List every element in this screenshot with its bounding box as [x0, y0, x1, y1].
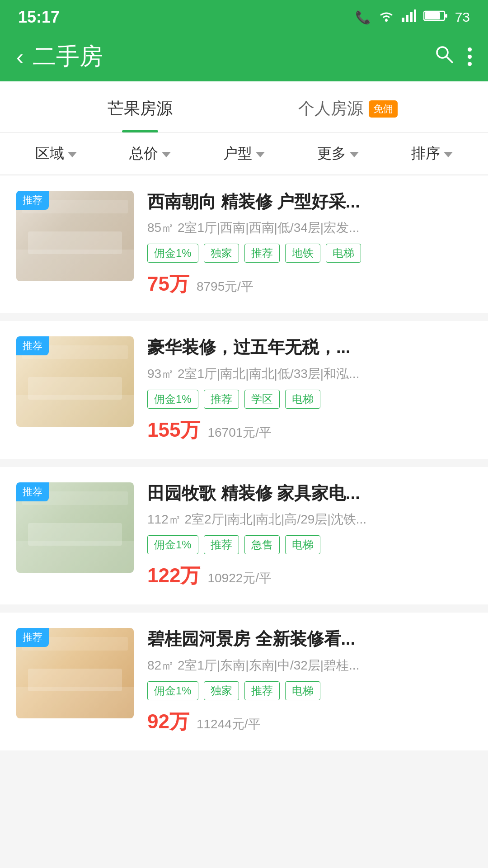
tag-commission: 佣金1%	[147, 244, 198, 263]
svg-rect-2	[406, 15, 408, 22]
tag-elevator: 电梯	[285, 535, 320, 554]
listing-tags: 佣金1% 推荐 急售 电梯	[147, 535, 472, 554]
listing-list: 推荐 西南朝向 精装修 户型好采... 85㎡ 2室1厅|西南|西南|低/34层…	[0, 175, 488, 750]
tag-recommend: 推荐	[204, 535, 239, 554]
tag-recommend: 推荐	[204, 390, 239, 409]
listing-price: 155万 16701元/平	[147, 417, 472, 443]
svg-line-9	[446, 57, 452, 62]
tag-elevator: 电梯	[285, 390, 320, 409]
listing-title: 田园牧歌 精装修 家具家电...	[147, 482, 472, 505]
tab-bar: 芒果房源 个人房源 免佣	[0, 81, 488, 133]
recommend-badge: 推荐	[16, 191, 49, 210]
tag-urgent: 急售	[244, 535, 280, 554]
listing-subtitle: 82㎡ 2室1厅|东南|东南|中/32层|碧桂...	[147, 657, 472, 674]
price-per-sqm: 8795元/平	[197, 278, 253, 295]
battery-icon	[423, 9, 448, 25]
listing-image-wrap: 推荐	[16, 191, 134, 281]
dot-icon	[468, 55, 472, 59]
price-main: 155万	[147, 417, 200, 443]
signal-icon	[402, 9, 416, 25]
price-per-sqm: 11244元/平	[197, 716, 261, 733]
search-button[interactable]	[434, 44, 454, 69]
listing-image-wrap: 推荐	[16, 336, 134, 427]
listing-price: 92万 11244元/平	[147, 708, 472, 735]
tag-elevator: 电梯	[326, 244, 361, 263]
price-main: 75万	[147, 271, 189, 297]
listing-image-wrap: 推荐	[16, 628, 134, 718]
listing-item[interactable]: 推荐 碧桂园河景房 全新装修看... 82㎡ 2室1厅|东南|东南|中/32层|…	[0, 613, 488, 750]
price-main: 122万	[147, 562, 200, 589]
listing-item[interactable]: 推荐 西南朝向 精装修 户型好采... 85㎡ 2室1厅|西南|西南|低/34层…	[0, 175, 488, 313]
filter-area[interactable]: 区域	[9, 144, 103, 164]
listing-price: 122万 10922元/平	[147, 562, 472, 589]
listing-details: 田园牧歌 精装修 家具家电... 112㎡ 2室2厅|南北|南北|高/29层|沈…	[147, 482, 472, 589]
back-button[interactable]: ‹	[16, 44, 23, 69]
tag-recommend: 推荐	[244, 244, 280, 263]
svg-rect-1	[402, 18, 404, 22]
listing-details: 西南朝向 精装修 户型好采... 85㎡ 2室1厅|西南|西南|低/34层|宏发…	[147, 191, 472, 297]
filter-price[interactable]: 总价	[103, 144, 197, 164]
status-icons: 📞 73	[355, 9, 470, 25]
tag-school: 学区	[244, 390, 280, 409]
dot-icon	[468, 62, 472, 66]
recommend-badge: 推荐	[16, 628, 49, 647]
tab-mango[interactable]: 芒果房源	[36, 81, 244, 132]
dot-icon	[468, 47, 472, 52]
svg-rect-4	[414, 9, 416, 22]
filter-sort[interactable]: 排序	[385, 144, 479, 164]
tag-commission: 佣金1%	[147, 535, 198, 554]
filter-layout[interactable]: 户型	[197, 144, 291, 164]
chevron-down-icon	[350, 152, 359, 157]
tag-exclusive: 独家	[204, 244, 239, 263]
recommend-badge: 推荐	[16, 336, 49, 355]
recommend-badge: 推荐	[16, 482, 49, 501]
filter-bar: 区域 总价 户型 更多 排序	[0, 133, 488, 175]
tag-recommend: 推荐	[244, 681, 280, 700]
chevron-down-icon	[444, 152, 453, 157]
listing-details: 豪华装修，过五年无税，... 93㎡ 2室1厅|南北|南北|低/33层|和泓..…	[147, 336, 472, 443]
listing-title: 豪华装修，过五年无税，...	[147, 336, 472, 359]
listing-title: 碧桂园河景房 全新装修看...	[147, 628, 472, 650]
filter-more[interactable]: 更多	[291, 144, 385, 164]
chevron-down-icon	[162, 152, 171, 157]
wifi-icon	[378, 9, 394, 25]
listing-image-wrap: 推荐	[16, 482, 134, 573]
svg-rect-6	[445, 14, 447, 18]
listing-subtitle: 93㎡ 2室1厅|南北|南北|低/33层|和泓...	[147, 365, 472, 382]
phone-icon: 📞	[355, 10, 371, 25]
listing-item[interactable]: 推荐 豪华装修，过五年无税，... 93㎡ 2室1厅|南北|南北|低/33层|和…	[0, 321, 488, 458]
price-per-sqm: 10922元/平	[207, 570, 272, 587]
mianfei-badge: 免佣	[369, 100, 398, 118]
listing-tags: 佣金1% 独家 推荐 电梯	[147, 681, 472, 700]
battery-level: 73	[455, 9, 470, 25]
chevron-down-icon	[256, 152, 265, 157]
status-bar: 15:17 📞 73	[0, 0, 488, 32]
listing-subtitle: 85㎡ 2室1厅|西南|西南|低/34层|宏发...	[147, 219, 472, 236]
listing-details: 碧桂园河景房 全新装修看... 82㎡ 2室1厅|东南|东南|中/32层|碧桂.…	[147, 628, 472, 735]
listing-item[interactable]: 推荐 田园牧歌 精装修 家具家电... 112㎡ 2室2厅|南北|南北|高/29…	[0, 467, 488, 604]
tag-elevator: 电梯	[285, 681, 320, 700]
tag-commission: 佣金1%	[147, 681, 198, 700]
tag-exclusive: 独家	[204, 681, 239, 700]
price-main: 92万	[147, 708, 189, 735]
listing-tags: 佣金1% 推荐 学区 电梯	[147, 390, 472, 409]
listing-tags: 佣金1% 独家 推荐 地铁 电梯	[147, 244, 472, 263]
listing-title: 西南朝向 精装修 户型好采...	[147, 191, 472, 213]
app-header: ‹ 二手房	[0, 32, 488, 81]
chevron-down-icon	[68, 152, 77, 157]
listing-price: 75万 8795元/平	[147, 271, 472, 297]
svg-rect-7	[425, 12, 440, 19]
price-per-sqm: 16701元/平	[207, 424, 272, 441]
tag-metro: 地铁	[285, 244, 320, 263]
status-time: 15:17	[18, 8, 60, 27]
page-title: 二手房	[33, 41, 434, 72]
tab-personal[interactable]: 个人房源 免佣	[244, 81, 452, 132]
svg-rect-3	[410, 12, 413, 22]
more-button[interactable]	[468, 47, 472, 66]
tag-commission: 佣金1%	[147, 390, 198, 409]
svg-point-0	[385, 19, 388, 22]
listing-subtitle: 112㎡ 2室2厅|南北|南北|高/29层|沈铁...	[147, 511, 472, 528]
